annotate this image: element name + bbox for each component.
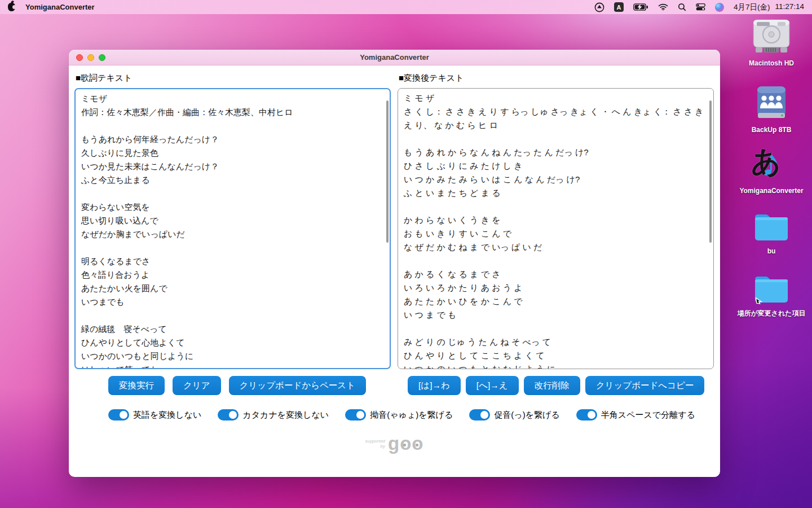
toggle-separate-halfwidth-space: 半角スペースで分離する xyxy=(576,409,695,421)
close-button[interactable] xyxy=(76,54,83,61)
alias-arrow-icon xyxy=(754,295,764,306)
toggle-join-youon: 拗音(ゃゅょ)を繋げる xyxy=(345,409,453,421)
ha-to-wa-button[interactable]: [は]→わ xyxy=(408,376,461,395)
converted-textarea[interactable]: ミ モ ザ さ く し： さ さ き え り す らっ しゅ さっ きょ く ・… xyxy=(398,88,714,369)
toggle-dont-convert-english: 英語を変換しない xyxy=(108,409,201,421)
minimize-button[interactable] xyxy=(87,54,94,61)
toggle-switch[interactable] xyxy=(218,409,239,421)
zoom-button[interactable] xyxy=(99,54,105,61)
toggle-switch[interactable] xyxy=(576,409,597,421)
toggle-dont-convert-katakana: カタカナを変換しない xyxy=(218,409,329,421)
desktop-icon-macintosh-hd[interactable]: Macintosh HD xyxy=(734,17,809,67)
toggle-switch[interactable] xyxy=(469,409,490,421)
left-button-row: 変換実行 クリア クリップボードからペースト xyxy=(108,376,366,395)
desktop-icon-label: YomiganaConverter xyxy=(736,187,807,195)
eject-icon[interactable] xyxy=(594,2,604,12)
desktop-icon-yomiganaconverter-app[interactable]: ♪ あ YomiganaConverter xyxy=(734,144,809,195)
he-to-e-button[interactable]: [へ]→え xyxy=(466,376,519,395)
window-titlebar[interactable]: YomiganaConverter xyxy=(69,50,720,65)
hiragana-a-glyph: あ xyxy=(751,146,781,177)
folder-icon xyxy=(753,212,789,246)
toggle-label: 促音(っ)を繋げる xyxy=(494,410,559,421)
desktop-icon-backup-8tb[interactable]: BackUp 8TB xyxy=(734,85,809,134)
options-toggle-row: 英語を変換しない カタカナを変換しない 拗音(ゃゅょ)を繋げる 促音(っ)を繋げ… xyxy=(108,409,695,421)
control-center-icon[interactable] xyxy=(696,3,705,11)
desktop-icon-label: bu xyxy=(736,247,807,255)
toggle-label: カタカナを変換しない xyxy=(242,410,329,421)
copy-to-clipboard-button[interactable]: クリップボードへコピー xyxy=(585,376,705,395)
yomigana-app-icon: ♪ あ xyxy=(750,144,793,185)
lyrics-scrollbar-thumb[interactable] xyxy=(386,100,389,243)
siri-icon[interactable] xyxy=(715,3,724,12)
menubar-time: 11:27:14 xyxy=(775,2,804,12)
menubar-app-name[interactable]: YomiganaConverter xyxy=(25,3,95,11)
folder-alias-icon xyxy=(753,274,789,308)
desktop-icon-bu-folder[interactable]: bu xyxy=(734,212,809,255)
converted-textarea-wrap: ミ モ ザ さ く し： さ さ き え り す らっ しゅ さっ きょ く ・… xyxy=(398,88,714,369)
desktop: YomiganaConverter A 4月7日(金) 11:27:14 xyxy=(0,0,812,508)
remove-linebreaks-button[interactable]: 改行削除 xyxy=(524,376,580,395)
input-source-icon[interactable]: A xyxy=(614,2,624,12)
external-drive-shared-icon xyxy=(753,85,789,124)
paste-from-clipboard-button[interactable]: クリップボードからペースト xyxy=(229,376,367,395)
apple-menu-icon[interactable] xyxy=(8,3,15,11)
window-title: YomiganaConverter xyxy=(360,53,429,62)
right-button-row: [は]→わ [へ]→え 改行削除 クリップボードへコピー xyxy=(408,376,704,395)
toggle-switch[interactable] xyxy=(108,409,129,421)
lyrics-textarea[interactable]: ミモザ 作詞：佐々木恵梨／作曲・編曲：佐々木恵梨、中村ヒロ もうあれから何年経っ… xyxy=(74,88,391,369)
convert-button[interactable]: 変換実行 xyxy=(108,376,165,395)
clear-button[interactable]: クリア xyxy=(173,376,221,395)
spotlight-icon[interactable] xyxy=(678,3,686,11)
desktop-icon-label: 場所が変更された項目 xyxy=(736,309,807,317)
wifi-icon[interactable] xyxy=(658,3,668,11)
internal-drive-icon xyxy=(752,17,791,58)
menubar-clock[interactable]: 4月7日(金) 11:27:14 xyxy=(734,2,804,12)
supported-by-text: supported by xyxy=(365,439,385,449)
menu-bar: YomiganaConverter A 4月7日(金) 11:27:14 xyxy=(0,0,812,14)
desktop-icon-label: BackUp 8TB xyxy=(736,126,807,134)
converted-panel-header: ■変換後テキスト xyxy=(399,73,464,84)
lyrics-panel-header: ■歌詞テキスト xyxy=(76,73,132,84)
toggle-join-sokuon: 促音(っ)を繋げる xyxy=(469,409,559,421)
goo-credit-footer: supported by goo xyxy=(69,435,720,452)
toggle-switch[interactable] xyxy=(345,409,366,421)
yomiganaconverter-window: YomiganaConverter ■歌詞テキスト ■変換後テキスト ミモザ 作… xyxy=(69,50,720,477)
menubar-date: 4月7日(金) xyxy=(734,2,770,12)
toggle-label: 英語を変換しない xyxy=(133,410,201,421)
goo-logo: goo xyxy=(388,435,423,452)
battery-charging-icon[interactable] xyxy=(633,3,648,11)
converted-scrollbar-thumb[interactable] xyxy=(709,100,712,243)
desktop-icon-label: Macintosh HD xyxy=(736,59,807,67)
lyrics-textarea-wrap: ミモザ 作詞：佐々木恵梨／作曲・編曲：佐々木恵梨、中村ヒロ もうあれから何年経っ… xyxy=(74,88,391,369)
desktop-icon-relocated-items[interactable]: 場所が変更された項目 xyxy=(734,274,809,317)
toggle-label: 拗音(ゃゅょ)を繋げる xyxy=(370,410,453,421)
toggle-label: 半角スペースで分離する xyxy=(601,410,695,421)
